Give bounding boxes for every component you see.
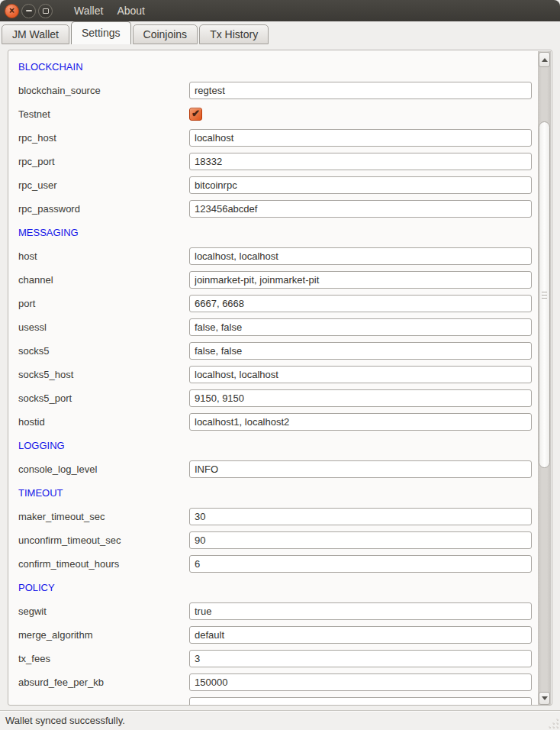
form-field-row: tx_fees	[18, 647, 532, 670]
field-label: socks5_port	[18, 392, 189, 404]
field-label: Testnet	[18, 108, 189, 120]
rpc_host-field[interactable]	[189, 129, 532, 147]
field-label: tx_fees	[18, 653, 189, 664]
section-header: POLICY	[18, 582, 55, 593]
maker_timeout_sec-field[interactable]	[189, 508, 532, 525]
field-label: absurd_fee_per_kb	[18, 677, 189, 688]
window-close-button[interactable]: ×	[5, 4, 19, 18]
form-field-row: rpc_host	[18, 126, 532, 150]
field-label: blockchain_source	[18, 85, 189, 96]
scrollbar-down-button[interactable]	[539, 692, 550, 705]
status-bar: Wallet synced successfully.	[0, 710, 560, 730]
tab-coinjoins[interactable]: Coinjoins	[133, 24, 198, 44]
form-field-row: host	[18, 244, 532, 268]
arrow-down-icon	[542, 696, 548, 700]
vertical-scrollbar[interactable]	[538, 51, 551, 706]
channel-field[interactable]	[189, 271, 532, 289]
titlebar: × Wallet About	[0, 0, 560, 21]
window-maximize-button[interactable]	[38, 4, 53, 18]
field-label: maker_timeout_sec	[18, 511, 189, 522]
merge_algorithm-field[interactable]	[189, 626, 532, 644]
form-field-row: segwit	[18, 599, 532, 623]
confirm_timeout_hours-field[interactable]	[189, 555, 532, 573]
field-label: console_log_level	[18, 464, 189, 475]
menu-wallet[interactable]: Wallet	[67, 2, 110, 20]
field-label: rpc_host	[18, 132, 189, 144]
thumb-grip-icon	[542, 298, 547, 299]
arrow-up-icon	[542, 58, 548, 62]
form-field-row: port	[18, 292, 532, 315]
field-label: unconfirm_timeout_sec	[18, 535, 189, 546]
thumb-grip-icon	[542, 295, 547, 296]
maximize-icon	[43, 8, 49, 14]
rpc_port-field[interactable]	[189, 153, 532, 170]
tab-tx-history[interactable]: Tx History	[199, 24, 269, 44]
form-field-row: channel	[18, 268, 532, 292]
scrollbar-thumb[interactable]	[539, 121, 550, 468]
section-header: TIMEOUT	[18, 487, 63, 499]
rpc_user-field[interactable]	[189, 176, 532, 194]
form-field-row: absurd_fee_per_kb	[18, 670, 532, 694]
section-header-row: BLOCKCHAIN	[18, 55, 532, 79]
form-field-row: rpc_port	[18, 150, 532, 173]
host-field[interactable]	[189, 247, 532, 265]
form-field-row: maker_timeout_sec	[18, 505, 532, 528]
form-field-row: unconfirm_timeout_sec	[18, 528, 532, 552]
form-field-row: usessl	[18, 315, 532, 339]
tx_fees-field[interactable]	[189, 650, 532, 667]
console_log_level-field[interactable]	[189, 460, 532, 478]
form-field-row: rpc_user	[18, 173, 532, 197]
socks5_host-field[interactable]	[189, 366, 532, 383]
field-label: socks5_host	[18, 369, 189, 380]
field-label: segwit	[18, 606, 189, 617]
form-field-row: Testnet✔	[18, 102, 532, 126]
hostid-field[interactable]	[189, 413, 532, 431]
section-header: MESSAGING	[18, 227, 79, 238]
scrollbar-up-button[interactable]	[539, 52, 550, 67]
field-label: socks5	[18, 345, 189, 357]
segwit-field[interactable]	[189, 602, 532, 620]
testnet-checkbox[interactable]: ✔	[189, 108, 202, 121]
socks5-field[interactable]	[189, 342, 532, 360]
menubar: Wallet About	[67, 2, 152, 20]
tab-settings[interactable]: Settings	[71, 21, 131, 44]
form-field-row: blockchain_source	[18, 79, 532, 102]
app-window: × Wallet About JM Wallet Settings Coinjo…	[0, 0, 560, 730]
usessl-field[interactable]	[189, 318, 532, 336]
form-field-row: socks5_port	[18, 386, 532, 410]
field-label: merge_algorithm	[18, 629, 189, 641]
field-label: channel	[18, 274, 189, 286]
field-label: port	[18, 298, 189, 309]
blockchain_source-field[interactable]	[189, 82, 532, 99]
section-header: BLOCKCHAIN	[18, 61, 83, 73]
field-label: usessl	[18, 321, 189, 333]
socks5_port-field[interactable]	[189, 389, 532, 407]
form-field-row: console_log_level	[18, 457, 532, 481]
absurd_fee_per_kb-field[interactable]	[189, 673, 532, 691]
section-header-row: POLICY	[18, 576, 532, 599]
resize-grip[interactable]	[548, 718, 558, 728]
field-label: confirm_timeout_hours	[18, 558, 189, 570]
field-label: host	[18, 250, 189, 262]
tab-jm-wallet[interactable]: JM Wallet	[2, 24, 69, 44]
field-label: hostid	[18, 416, 189, 428]
form-field-row: rpc_password	[18, 197, 532, 221]
field-label: rpc_port	[18, 156, 189, 167]
window-minimize-button[interactable]	[21, 4, 36, 18]
status-message: Wallet synced successfully.	[5, 715, 125, 726]
section-header-row: LOGGING	[18, 434, 532, 457]
menu-about[interactable]: About	[110, 2, 152, 20]
settings-form: BLOCKCHAINblockchain_sourceTestnet✔rpc_h…	[8, 50, 539, 706]
form-field-row: socks5	[18, 339, 532, 363]
field-label: rpc_password	[18, 203, 189, 215]
form-field-row: confirm_timeout_hours	[18, 552, 532, 576]
minimize-icon	[26, 10, 32, 11]
port-field[interactable]	[189, 295, 532, 312]
section-header-row: TIMEOUT	[18, 481, 532, 505]
thumb-grip-icon	[542, 292, 547, 292]
unconfirm_timeout_sec-field[interactable]	[189, 531, 532, 549]
rpc_password-field[interactable]	[189, 200, 532, 218]
tab-bar: JM Wallet Settings Coinjoins Tx History	[0, 21, 560, 44]
clipped-field[interactable]	[189, 697, 532, 706]
settings-scroll-area: BLOCKCHAINblockchain_sourceTestnet✔rpc_h…	[8, 50, 552, 706]
